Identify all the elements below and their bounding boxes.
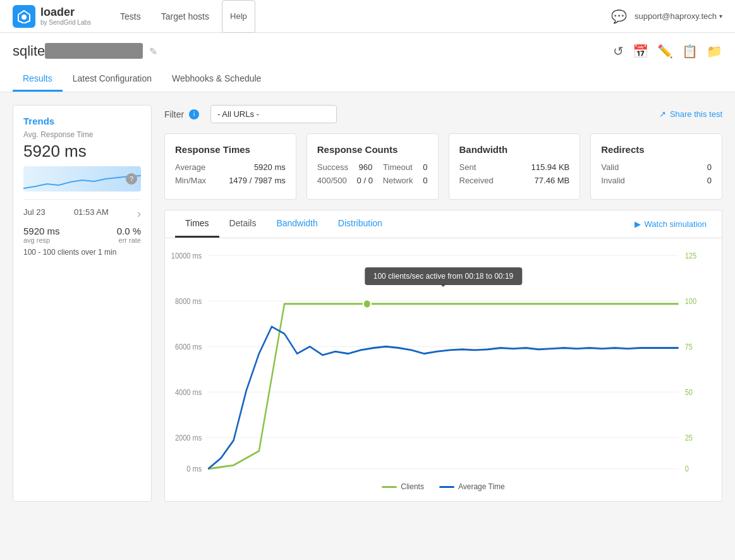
sidebar-stats: 5920 ms avg resp 0.0 % err rate bbox=[23, 226, 141, 244]
svg-text:00:50: 00:50 bbox=[619, 474, 636, 476]
card-bw-recv: Received 77.46 MB bbox=[459, 176, 570, 185]
support-email: support@haproxy.tech ▾ bbox=[635, 11, 722, 21]
trend-help-icon[interactable]: ? bbox=[126, 173, 137, 185]
sidebar-clients: 100 - 100 clients over 1 min bbox=[23, 248, 141, 257]
edit-icon[interactable]: ✏️ bbox=[657, 44, 673, 59]
svg-text:2000 ms: 2000 ms bbox=[175, 433, 202, 442]
share-icon: ↗ bbox=[659, 109, 666, 119]
main-nav: Tests Target hosts Help bbox=[110, 0, 255, 33]
svg-text:00:30: 00:30 bbox=[447, 474, 465, 476]
chart-tab-times[interactable]: Times bbox=[175, 210, 219, 238]
chart-tab-distribution[interactable]: Distribution bbox=[328, 210, 392, 238]
play-icon: ▶ bbox=[635, 219, 641, 229]
dropdown-arrow-icon: ▾ bbox=[719, 13, 722, 20]
right-content: Filter i - All URLs - ↗ Share this test … bbox=[164, 105, 722, 502]
chat-icon: 💬 bbox=[611, 9, 627, 24]
svg-text:6000 ms: 6000 ms bbox=[175, 342, 202, 351]
page-header: sqlite●●●●●●●●●●● ✎ ↺ 📅 ✏️ 📋 📁 Results L… bbox=[0, 33, 735, 92]
trend-sparkline: ? bbox=[23, 166, 141, 192]
card-rd-title: Redirects bbox=[601, 144, 712, 155]
legend-clients-label: Clients bbox=[401, 482, 424, 491]
filter-group: Filter i - All URLs - bbox=[164, 105, 337, 123]
legend-clients: Clients bbox=[382, 482, 424, 491]
chart-area: 100 clients/sec active from 00:18 to 00:… bbox=[170, 248, 717, 476]
calendar-icon[interactable]: 📅 bbox=[633, 44, 648, 59]
header: loader by SendGrid Labs Tests Target hos… bbox=[0, 0, 735, 33]
card-rc-title: Response Counts bbox=[317, 144, 428, 155]
sidebar-next-arrow[interactable]: › bbox=[137, 207, 141, 221]
logo-text: loader by SendGrid Labs bbox=[40, 6, 91, 26]
svg-text:0: 0 bbox=[685, 465, 689, 473]
title-redacted: ●●●●●●●●●●● bbox=[45, 43, 142, 59]
filter-label: Filter bbox=[164, 109, 184, 119]
chart-container: 100 clients/sec active from 00:18 to 00:… bbox=[164, 238, 722, 502]
filter-info-icon: i bbox=[189, 109, 199, 119]
chart-tab-details[interactable]: Details bbox=[219, 210, 267, 238]
card-rc-errors: 400/500 0 / 0 Network 0 bbox=[317, 176, 428, 185]
logo-icon bbox=[13, 5, 35, 28]
help-button[interactable]: Help bbox=[222, 0, 255, 33]
page-title-row: sqlite●●●●●●●●●●● ✎ ↺ 📅 ✏️ 📋 📁 bbox=[13, 43, 722, 59]
chart-tabs: Times Details Bandwidth Distribution ▶ W… bbox=[164, 210, 722, 238]
trends-subtitle: Avg. Response Time bbox=[23, 130, 141, 139]
watch-simulation-button[interactable]: ▶ Watch simulation bbox=[635, 219, 707, 229]
svg-point-26 bbox=[363, 300, 371, 308]
tab-webhooks[interactable]: Webhooks & Schedule bbox=[162, 67, 271, 92]
tab-results[interactable]: Results bbox=[13, 67, 63, 92]
card-rt-minmax: Min/Max 1479 / 7987 ms bbox=[175, 176, 286, 185]
legend-avg-time-line bbox=[439, 486, 454, 488]
nav-tests[interactable]: Tests bbox=[110, 0, 151, 33]
svg-text:0 ms: 0 ms bbox=[186, 465, 202, 473]
card-bandwidth: Bandwidth Sent 115.94 KB Received 77.46 … bbox=[449, 133, 581, 200]
stat-avg-resp: 5920 ms avg resp bbox=[23, 226, 60, 244]
logo-sub: by SendGrid Labs bbox=[40, 19, 91, 26]
card-rd-invalid: Invalid 0 bbox=[601, 176, 712, 185]
card-response-counts: Response Counts Success 960 Timeout 0 40… bbox=[307, 133, 439, 200]
svg-text:75: 75 bbox=[685, 342, 693, 351]
svg-text:00:40: 00:40 bbox=[537, 474, 554, 476]
card-rc-success: Success 960 Timeout 0 bbox=[317, 162, 428, 172]
svg-text:01:00: 01:00 bbox=[670, 474, 688, 476]
filter-row: Filter i - All URLs - ↗ Share this test bbox=[164, 105, 722, 123]
svg-point-1 bbox=[21, 15, 27, 20]
svg-text:50: 50 bbox=[685, 387, 693, 396]
card-response-times: Response Times Average 5920 ms Min/Max 1… bbox=[164, 133, 296, 200]
refresh-icon[interactable]: ↺ bbox=[613, 44, 624, 59]
chart-tab-bandwidth[interactable]: Bandwidth bbox=[266, 210, 327, 238]
trends-title: Trends bbox=[23, 116, 141, 126]
nav-target-hosts[interactable]: Target hosts bbox=[151, 0, 219, 33]
sidebar-date-time: Jul 23 01:53 AM › bbox=[23, 207, 141, 221]
logo: loader by SendGrid Labs bbox=[13, 5, 91, 28]
legend-clients-line bbox=[382, 486, 397, 488]
legend-avg-time-label: Average Time bbox=[458, 482, 505, 491]
card-redirects: Redirects Valid 0 Invalid 0 bbox=[590, 133, 722, 200]
share-button[interactable]: ↗ Share this test bbox=[659, 109, 722, 119]
svg-text:00:20: 00:20 bbox=[358, 474, 376, 476]
trends-sidebar: Trends Avg. Response Time 5920 ms ? Jul … bbox=[13, 105, 152, 502]
edit-title-icon[interactable]: ✎ bbox=[149, 46, 157, 58]
folder-icon[interactable]: 📁 bbox=[707, 44, 722, 59]
content-layout: Trends Avg. Response Time 5920 ms ? Jul … bbox=[13, 105, 722, 502]
chart-legend: Clients Average Time bbox=[170, 482, 717, 491]
card-rt-title: Response Times bbox=[175, 144, 286, 155]
copy-icon[interactable]: 📋 bbox=[682, 44, 698, 59]
tab-latest-config[interactable]: Latest Configuration bbox=[63, 67, 162, 92]
logo-name: loader bbox=[40, 6, 91, 19]
trends-value: 5920 ms bbox=[23, 142, 141, 161]
toolbar-icons: ↺ 📅 ✏️ 📋 📁 bbox=[613, 44, 722, 59]
svg-text:100: 100 bbox=[685, 296, 697, 305]
chart-svg: 10000 ms 8000 ms 6000 ms 4000 ms 2000 ms… bbox=[170, 248, 717, 476]
svg-text:8000 ms: 8000 ms bbox=[175, 296, 202, 305]
stat-err-rate: 0.0 % err rate bbox=[117, 226, 141, 244]
card-bw-sent: Sent 115.94 KB bbox=[459, 162, 570, 172]
svg-text:125: 125 bbox=[685, 251, 697, 260]
svg-text:4000 ms: 4000 ms bbox=[175, 387, 202, 396]
svg-text:00:10: 00:10 bbox=[269, 474, 287, 476]
header-right: 💬 support@haproxy.tech ▾ bbox=[611, 9, 722, 24]
stats-cards: Response Times Average 5920 ms Min/Max 1… bbox=[164, 133, 722, 200]
filter-select[interactable]: - All URLs - bbox=[210, 105, 337, 123]
main-content: Trends Avg. Response Time 5920 ms ? Jul … bbox=[0, 92, 735, 514]
chart-section: Times Details Bandwidth Distribution ▶ W… bbox=[164, 210, 722, 502]
card-rt-avg: Average 5920 ms bbox=[175, 162, 286, 172]
legend-avg-time: Average Time bbox=[439, 482, 505, 491]
